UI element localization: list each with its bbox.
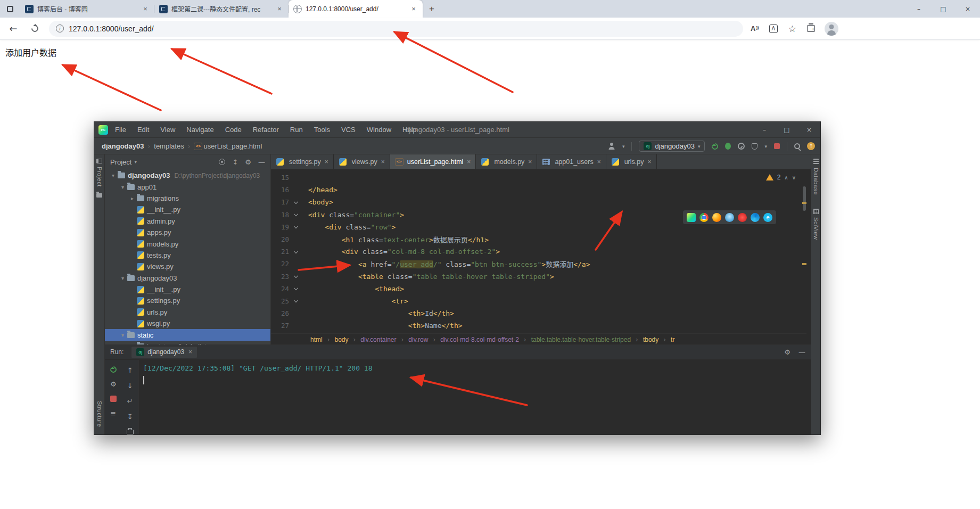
close-button[interactable]: × <box>798 122 820 138</box>
fold-toggle[interactable] <box>289 288 303 290</box>
tree-chevron[interactable]: ▾ <box>109 173 117 178</box>
back-button[interactable]: ← <box>5 21 21 37</box>
tab-close-icon[interactable]: × <box>528 158 532 166</box>
menu-window[interactable]: Window <box>367 126 391 134</box>
hide-panel-icon[interactable]: — <box>798 348 805 356</box>
tab-actions-button[interactable] <box>3 2 17 16</box>
run-configuration-select[interactable]: djangoday03 ▾ <box>639 141 705 152</box>
tab-close-icon[interactable]: × <box>381 158 385 166</box>
restore-layout-icon[interactable]: ≡ <box>110 409 116 417</box>
pycharm-title-bar[interactable]: FileEditViewNavigateCodeRefactorRunTools… <box>94 122 820 138</box>
code-line[interactable]: 27 <th>Name</th> <box>271 319 806 332</box>
tree-item[interactable]: admin.py <box>105 216 270 227</box>
menu-file[interactable]: File <box>115 126 126 134</box>
stop-icon[interactable] <box>774 143 780 149</box>
editor-tab[interactable]: app01_users× <box>537 154 606 169</box>
tree-chevron[interactable]: ▸ <box>128 195 136 201</box>
tree-item[interactable]: models.py <box>105 238 270 249</box>
firefox-icon[interactable] <box>712 213 721 222</box>
profile-avatar[interactable] <box>825 22 838 36</box>
fold-toggle[interactable] <box>289 214 303 216</box>
coverage-icon[interactable] <box>752 143 757 150</box>
tree-chevron[interactable]: ▾ <box>119 184 127 190</box>
fold-toggle[interactable] <box>289 226 303 228</box>
tree-item[interactable]: __init__.py <box>105 284 270 295</box>
close-button[interactable]: × <box>956 0 980 18</box>
hide-panel-icon[interactable]: — <box>258 158 265 166</box>
project-panel-title[interactable]: Project <box>110 158 131 166</box>
codewithme-users-icon[interactable] <box>608 143 615 150</box>
rerun-icon[interactable] <box>711 142 720 151</box>
edge-icon[interactable] <box>751 213 760 222</box>
url-text[interactable]: 127.0.0.1:8000/user_add/ <box>69 24 154 33</box>
favorites-star-icon[interactable]: ☆ <box>788 23 796 34</box>
new-tab-button[interactable]: + <box>425 2 439 16</box>
tab-close-icon[interactable]: × <box>467 158 471 166</box>
translate-icon[interactable] <box>769 24 778 33</box>
soft-wrap-icon[interactable]: ↵ <box>127 397 133 405</box>
browser-tab[interactable]: 127.0.0.1:8000/user_add/× <box>289 0 423 18</box>
code-line[interactable]: 17<body> <box>271 196 806 208</box>
tree-item[interactable]: tests.py <box>105 250 270 261</box>
editor-tab[interactable]: userList_page.html× <box>390 154 476 169</box>
tree-item[interactable]: ▸migrations <box>105 193 270 204</box>
fold-toggle[interactable] <box>289 275 303 277</box>
structure-tool-button[interactable]: Structure <box>96 401 103 427</box>
element-breadcrumb[interactable]: html <box>310 336 323 343</box>
tree-item[interactable]: ▾static <box>105 329 270 340</box>
editor-scrollbar[interactable] <box>802 184 806 321</box>
run-tab[interactable]: djangoday03 × <box>131 346 197 358</box>
tree-item[interactable]: apps.py <box>105 227 270 238</box>
sciview-tool-button[interactable]: SciView <box>813 217 819 240</box>
wrench-settings-icon[interactable]: ⚙ <box>110 380 117 388</box>
print-icon[interactable] <box>127 430 134 434</box>
run-console[interactable]: [12/Dec/2022 17:35:08] "GET /user_add/ H… <box>139 360 811 434</box>
down-stack-trace-icon[interactable]: ↓ <box>127 382 133 390</box>
project-tool-button[interactable]: Project <box>96 167 103 187</box>
code-line[interactable]: 16</head> <box>271 184 806 196</box>
next-problem-icon[interactable]: ∨ <box>792 175 796 180</box>
code-line[interactable]: 25 <tr> <box>271 295 806 307</box>
tab-close-icon[interactable]: × <box>409 5 418 13</box>
site-info-icon[interactable] <box>56 24 64 32</box>
chevron-down-icon[interactable]: ▾ <box>764 144 767 149</box>
inspections-widget[interactable]: 2 ∧ ∨ <box>766 174 796 181</box>
locate-file-icon[interactable] <box>219 159 225 165</box>
tree-item[interactable]: __init__.py <box>105 204 270 215</box>
read-aloud-icon[interactable] <box>751 24 759 32</box>
nav-breadcrumb[interactable]: djangoday03 <box>102 142 144 150</box>
debug-icon[interactable] <box>725 143 731 150</box>
element-breadcrumb[interactable]: table.table.table-hover.table-striped <box>531 336 631 343</box>
minimize-button[interactable]: – <box>907 0 931 18</box>
code-line[interactable]: 26 <th>Id</th> <box>271 307 806 319</box>
fold-toggle[interactable] <box>289 251 303 253</box>
rerun-icon[interactable] <box>109 365 118 374</box>
tree-item[interactable]: wsgi.py <box>105 318 270 329</box>
pycharm-preview-icon[interactable] <box>687 213 696 222</box>
menu-refactor[interactable]: Refactor <box>253 126 279 134</box>
element-breadcrumb[interactable]: div.container <box>360 336 396 343</box>
settings-gear-icon[interactable]: ⚙ <box>245 158 251 166</box>
chevron-down-icon[interactable]: ▾ <box>134 159 137 165</box>
tree-item[interactable]: ▾djangoday03 <box>105 273 270 284</box>
code-line[interactable]: 23 <table class="table table-hover table… <box>271 270 806 283</box>
settings-gear-icon[interactable]: ⚙ <box>784 348 790 356</box>
chrome-icon[interactable] <box>699 213 709 222</box>
address-bar[interactable]: 127.0.0.1:8000/user_add/ <box>49 21 743 37</box>
scroll-to-end-icon[interactable]: ↧ <box>127 413 133 421</box>
fold-toggle[interactable] <box>289 201 303 203</box>
browser-tab[interactable]: 博客后台 - 博客园× <box>20 0 154 18</box>
tree-item[interactable]: ▾djangoday03D:\pythonProject\djangoday03 <box>105 170 270 181</box>
element-breadcrumb[interactable]: div.col-md-8.col-md-offset-2 <box>440 336 519 343</box>
tab-close-icon[interactable]: × <box>188 348 192 356</box>
minimize-button[interactable]: – <box>753 122 776 138</box>
nav-breadcrumb[interactable]: userList_page.html <box>194 142 262 150</box>
tab-close-icon[interactable]: × <box>325 158 328 166</box>
menu-view[interactable]: View <box>160 126 175 134</box>
collapse-all-icon[interactable]: ↕ <box>232 158 238 166</box>
tree-item[interactable]: ▾app01 <box>105 181 270 192</box>
up-stack-trace-icon[interactable]: ↑ <box>127 366 133 374</box>
profiler-icon[interactable] <box>738 143 745 150</box>
ie-icon[interactable] <box>763 213 772 222</box>
editor-tab[interactable]: urls.py× <box>606 154 657 169</box>
